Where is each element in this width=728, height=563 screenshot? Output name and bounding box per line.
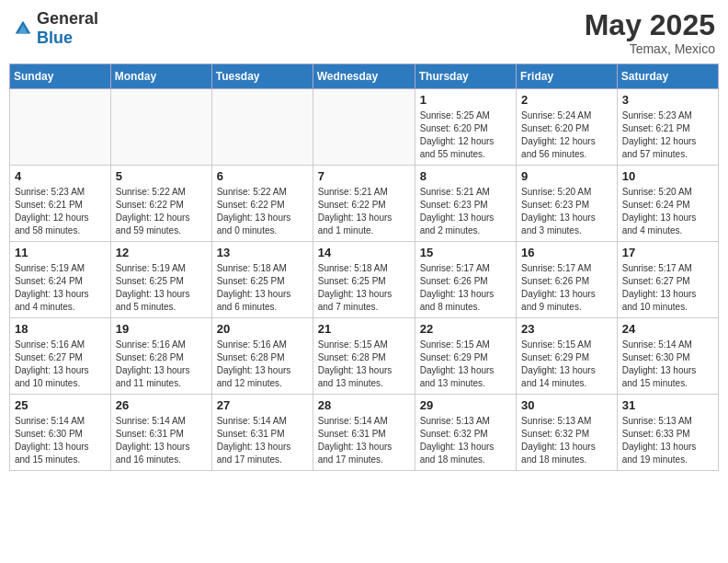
- day-number: 24: [622, 322, 713, 336]
- day-number: 23: [521, 322, 612, 336]
- day-info: Sunrise: 5:23 AM Sunset: 6:21 PM Dayligh…: [15, 186, 106, 237]
- column-header-friday: Friday: [517, 64, 618, 89]
- calendar-cell: [211, 89, 313, 166]
- day-number: 1: [420, 93, 511, 107]
- calendar-cell: [313, 89, 415, 166]
- day-number: 18: [15, 322, 106, 336]
- day-info: Sunrise: 5:21 AM Sunset: 6:22 PM Dayligh…: [318, 186, 410, 237]
- month-title: May 2025: [585, 9, 715, 41]
- calendar-cell: 9Sunrise: 5:20 AM Sunset: 6:23 PM Daylig…: [517, 166, 618, 242]
- day-number: 16: [521, 246, 612, 259]
- day-number: 21: [318, 322, 410, 336]
- calendar-cell: 7Sunrise: 5:21 AM Sunset: 6:22 PM Daylig…: [313, 166, 415, 242]
- calendar-cell: 17Sunrise: 5:17 AM Sunset: 6:27 PM Dayli…: [617, 242, 718, 318]
- day-info: Sunrise: 5:23 AM Sunset: 6:21 PM Dayligh…: [622, 109, 713, 161]
- calendar-cell: 23Sunrise: 5:15 AM Sunset: 6:29 PM Dayli…: [517, 318, 618, 395]
- day-number: 14: [318, 246, 410, 259]
- day-number: 4: [15, 169, 106, 183]
- calendar-cell: 13Sunrise: 5:18 AM Sunset: 6:25 PM Dayli…: [211, 242, 313, 318]
- calendar: SundayMondayTuesdayWednesdayThursdayFrid…: [9, 63, 719, 471]
- calendar-week-1: 1Sunrise: 5:25 AM Sunset: 6:20 PM Daylig…: [10, 89, 719, 166]
- calendar-cell: [110, 89, 211, 166]
- column-header-wednesday: Wednesday: [313, 64, 415, 89]
- day-info: Sunrise: 5:16 AM Sunset: 6:28 PM Dayligh…: [217, 339, 308, 390]
- day-number: 5: [116, 169, 207, 183]
- day-number: 25: [15, 398, 106, 412]
- day-info: Sunrise: 5:14 AM Sunset: 6:31 PM Dayligh…: [318, 415, 410, 466]
- day-info: Sunrise: 5:14 AM Sunset: 6:30 PM Dayligh…: [15, 415, 106, 466]
- calendar-cell: [10, 89, 111, 166]
- day-number: 28: [318, 398, 410, 412]
- calendar-cell: 30Sunrise: 5:13 AM Sunset: 6:32 PM Dayli…: [517, 395, 618, 471]
- day-info: Sunrise: 5:17 AM Sunset: 6:27 PM Dayligh…: [622, 262, 713, 314]
- calendar-cell: 12Sunrise: 5:19 AM Sunset: 6:25 PM Dayli…: [110, 242, 211, 318]
- day-info: Sunrise: 5:25 AM Sunset: 6:20 PM Dayligh…: [420, 109, 511, 161]
- day-info: Sunrise: 5:19 AM Sunset: 6:25 PM Dayligh…: [116, 262, 207, 314]
- calendar-cell: 31Sunrise: 5:13 AM Sunset: 6:33 PM Dayli…: [617, 395, 718, 471]
- day-number: 29: [420, 398, 511, 412]
- calendar-cell: 8Sunrise: 5:21 AM Sunset: 6:23 PM Daylig…: [415, 166, 516, 242]
- calendar-week-2: 4Sunrise: 5:23 AM Sunset: 6:21 PM Daylig…: [10, 166, 719, 242]
- day-info: Sunrise: 5:17 AM Sunset: 6:26 PM Dayligh…: [420, 262, 511, 314]
- day-info: Sunrise: 5:15 AM Sunset: 6:29 PM Dayligh…: [420, 339, 511, 390]
- calendar-cell: 3Sunrise: 5:23 AM Sunset: 6:21 PM Daylig…: [617, 89, 718, 166]
- day-number: 9: [521, 169, 612, 183]
- logo-text: General Blue: [37, 9, 98, 48]
- calendar-cell: 28Sunrise: 5:14 AM Sunset: 6:31 PM Dayli…: [313, 395, 415, 471]
- page-header: General Blue May 2025 Temax, Mexico: [9, 9, 719, 56]
- day-number: 3: [622, 93, 713, 107]
- day-info: Sunrise: 5:16 AM Sunset: 6:28 PM Dayligh…: [116, 339, 207, 390]
- day-info: Sunrise: 5:22 AM Sunset: 6:22 PM Dayligh…: [116, 186, 207, 237]
- day-info: Sunrise: 5:13 AM Sunset: 6:33 PM Dayligh…: [622, 415, 713, 466]
- logo-icon: [13, 18, 33, 39]
- day-info: Sunrise: 5:18 AM Sunset: 6:25 PM Dayligh…: [318, 262, 410, 314]
- calendar-cell: 5Sunrise: 5:22 AM Sunset: 6:22 PM Daylig…: [110, 166, 211, 242]
- calendar-cell: 25Sunrise: 5:14 AM Sunset: 6:30 PM Dayli…: [10, 395, 111, 471]
- column-header-saturday: Saturday: [617, 64, 718, 89]
- calendar-cell: 14Sunrise: 5:18 AM Sunset: 6:25 PM Dayli…: [313, 242, 415, 318]
- day-number: 20: [217, 322, 308, 336]
- calendar-week-3: 11Sunrise: 5:19 AM Sunset: 6:24 PM Dayli…: [10, 242, 719, 318]
- calendar-cell: 27Sunrise: 5:14 AM Sunset: 6:31 PM Dayli…: [211, 395, 313, 471]
- day-number: 30: [521, 398, 612, 412]
- calendar-header-row: SundayMondayTuesdayWednesdayThursdayFrid…: [10, 64, 719, 89]
- day-info: Sunrise: 5:24 AM Sunset: 6:20 PM Dayligh…: [521, 109, 612, 161]
- calendar-cell: 21Sunrise: 5:15 AM Sunset: 6:28 PM Dayli…: [313, 318, 415, 395]
- column-header-sunday: Sunday: [10, 64, 111, 89]
- day-number: 11: [15, 246, 106, 259]
- day-info: Sunrise: 5:20 AM Sunset: 6:23 PM Dayligh…: [521, 186, 612, 237]
- logo: General Blue: [13, 9, 98, 48]
- day-info: Sunrise: 5:14 AM Sunset: 6:31 PM Dayligh…: [116, 415, 207, 466]
- day-info: Sunrise: 5:16 AM Sunset: 6:27 PM Dayligh…: [15, 339, 106, 390]
- day-info: Sunrise: 5:15 AM Sunset: 6:28 PM Dayligh…: [318, 339, 410, 390]
- calendar-week-4: 18Sunrise: 5:16 AM Sunset: 6:27 PM Dayli…: [10, 318, 719, 395]
- day-number: 22: [420, 322, 511, 336]
- day-info: Sunrise: 5:22 AM Sunset: 6:22 PM Dayligh…: [217, 186, 308, 237]
- day-info: Sunrise: 5:14 AM Sunset: 6:30 PM Dayligh…: [622, 339, 713, 390]
- calendar-cell: 15Sunrise: 5:17 AM Sunset: 6:26 PM Dayli…: [415, 242, 516, 318]
- day-number: 19: [116, 322, 207, 336]
- logo-general: General: [37, 9, 98, 28]
- calendar-cell: 16Sunrise: 5:17 AM Sunset: 6:26 PM Dayli…: [517, 242, 618, 318]
- day-info: Sunrise: 5:19 AM Sunset: 6:24 PM Dayligh…: [15, 262, 106, 314]
- day-number: 15: [420, 246, 511, 259]
- logo-blue: Blue: [37, 29, 73, 47]
- calendar-cell: 24Sunrise: 5:14 AM Sunset: 6:30 PM Dayli…: [617, 318, 718, 395]
- day-info: Sunrise: 5:14 AM Sunset: 6:31 PM Dayligh…: [217, 415, 308, 466]
- day-info: Sunrise: 5:18 AM Sunset: 6:25 PM Dayligh…: [217, 262, 308, 314]
- day-number: 2: [521, 93, 612, 107]
- day-number: 6: [217, 169, 308, 183]
- calendar-cell: 10Sunrise: 5:20 AM Sunset: 6:24 PM Dayli…: [617, 166, 718, 242]
- calendar-cell: 19Sunrise: 5:16 AM Sunset: 6:28 PM Dayli…: [110, 318, 211, 395]
- day-number: 7: [318, 169, 410, 183]
- column-header-tuesday: Tuesday: [211, 64, 313, 89]
- day-number: 12: [116, 246, 207, 259]
- title-area: May 2025 Temax, Mexico: [585, 9, 715, 56]
- day-info: Sunrise: 5:15 AM Sunset: 6:29 PM Dayligh…: [521, 339, 612, 390]
- day-number: 26: [116, 398, 207, 412]
- calendar-cell: 4Sunrise: 5:23 AM Sunset: 6:21 PM Daylig…: [10, 166, 111, 242]
- calendar-cell: 11Sunrise: 5:19 AM Sunset: 6:24 PM Dayli…: [10, 242, 111, 318]
- calendar-week-5: 25Sunrise: 5:14 AM Sunset: 6:30 PM Dayli…: [10, 395, 719, 471]
- calendar-cell: 6Sunrise: 5:22 AM Sunset: 6:22 PM Daylig…: [211, 166, 313, 242]
- calendar-cell: 20Sunrise: 5:16 AM Sunset: 6:28 PM Dayli…: [211, 318, 313, 395]
